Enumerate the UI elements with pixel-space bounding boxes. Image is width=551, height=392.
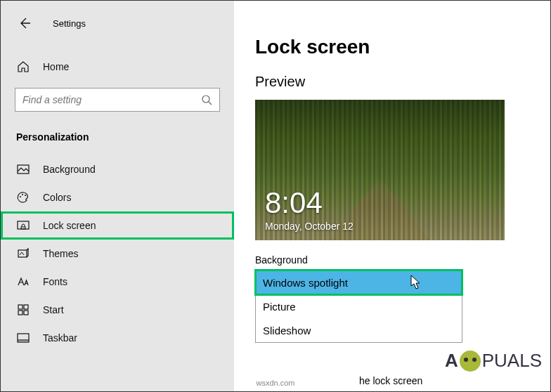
svg-point-2 [20, 196, 21, 197]
svg-rect-11 [24, 311, 28, 315]
sidebar-item-taskbar[interactable]: Taskbar [1, 324, 234, 352]
preview-overlay: 8:04 Monday, October 12 [265, 188, 354, 232]
sidebar-item-label: Taskbar [43, 332, 77, 344]
background-label: Background [255, 254, 529, 266]
appuals-logo: A PUALS [445, 350, 542, 372]
sidebar-item-lock-screen[interactable]: Lock screen [1, 211, 234, 240]
dropdown-option-label: Picture [263, 301, 296, 313]
themes-icon [16, 247, 30, 261]
svg-point-4 [25, 195, 26, 196]
palette-icon [16, 190, 30, 204]
logo-text: PUALS [482, 350, 542, 372]
section-header: Personalization [1, 124, 234, 155]
dropdown-option-label: Windows spotlight [263, 277, 348, 289]
svg-rect-6 [21, 227, 25, 229]
settings-title: Settings [53, 18, 86, 29]
logo-text: A [445, 350, 458, 372]
svg-rect-5 [18, 221, 29, 229]
svg-point-3 [22, 194, 23, 195]
background-dropdown[interactable]: Windows spotlight Picture Slideshow [255, 270, 462, 343]
preview-label: Preview [255, 74, 529, 90]
picture-icon [16, 162, 30, 176]
page-title: Lock screen [255, 36, 529, 58]
search-box[interactable] [15, 88, 220, 112]
sidebar-item-label: Background [43, 164, 96, 175]
taskbar-icon [16, 331, 30, 345]
dropdown-option-label: Slideshow [263, 325, 311, 337]
search-input[interactable] [22, 94, 201, 105]
back-arrow-icon [18, 16, 32, 30]
sidebar-item-label: Themes [43, 248, 79, 259]
main-content: Lock screen Preview 8:04 Monday, October… [234, 1, 550, 391]
sidebar-item-label: Fonts [43, 276, 67, 287]
back-button[interactable] [15, 13, 34, 33]
lock-screen-preview: 8:04 Monday, October 12 [255, 100, 505, 240]
cursor-icon [410, 275, 422, 290]
sidebar-header: Settings [1, 13, 234, 33]
partial-text: he lock screen [359, 375, 422, 386]
svg-point-0 [202, 96, 209, 103]
sidebar-item-themes[interactable]: Themes [1, 240, 234, 268]
dropdown-option-spotlight[interactable]: Windows spotlight [256, 270, 462, 294]
home-label: Home [43, 61, 69, 72]
sidebar-item-label: Lock screen [43, 220, 96, 231]
preview-time: 8:04 [265, 188, 354, 218]
start-icon [16, 303, 30, 317]
home-button[interactable]: Home [1, 53, 234, 81]
dropdown-option-slideshow[interactable]: Slideshow [256, 318, 462, 342]
sidebar-item-fonts[interactable]: Fonts [1, 268, 234, 296]
svg-rect-10 [18, 311, 22, 315]
svg-rect-9 [24, 305, 28, 309]
fonts-icon [16, 275, 30, 289]
sidebar-item-label: Colors [43, 192, 71, 203]
sidebar-item-start[interactable]: Start [1, 296, 234, 324]
settings-sidebar: Settings Home Personalization Background… [1, 1, 234, 391]
sidebar-item-label: Start [43, 304, 64, 315]
sidebar-item-background[interactable]: Background [1, 155, 234, 183]
search-icon [201, 94, 212, 105]
lock-screen-icon [16, 218, 30, 233]
home-icon [16, 60, 30, 74]
preview-date: Monday, October 12 [265, 221, 354, 232]
watermark: wsxdn.com [256, 379, 294, 387]
svg-rect-8 [18, 305, 22, 309]
dropdown-option-picture[interactable]: Picture [256, 294, 462, 318]
logo-head-icon [460, 351, 481, 372]
sidebar-item-colors[interactable]: Colors [1, 183, 234, 211]
